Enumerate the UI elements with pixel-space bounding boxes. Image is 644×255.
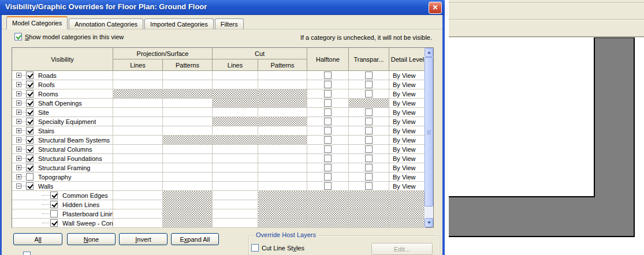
expand-icon[interactable]: + [16, 165, 21, 170]
none-button[interactable]: None [67, 233, 116, 245]
close-icon[interactable]: ✕ [429, 2, 442, 14]
projection-patterns-cell[interactable] [163, 126, 213, 136]
column-header-halftone[interactable]: Halftone [307, 48, 349, 71]
expand-icon[interactable]: + [16, 128, 21, 133]
expand-icon[interactable]: + [16, 100, 21, 106]
subheader-cut-lines[interactable]: Lines [213, 59, 258, 71]
category-visibility-checkbox[interactable] [26, 164, 33, 171]
halftone-checkbox[interactable] [324, 90, 332, 97]
subheader-cut-patterns[interactable]: Patterns [258, 59, 307, 71]
halftone-checkbox[interactable] [324, 136, 332, 144]
halftone-checkbox[interactable] [324, 81, 332, 88]
projection-lines-cell[interactable] [113, 200, 163, 209]
cut-lines-cell[interactable] [213, 209, 258, 219]
expand-icon[interactable]: + [16, 119, 21, 124]
expand-icon[interactable]: + [16, 91, 21, 96]
cut-lines-cell[interactable] [213, 219, 258, 228]
category-visibility-checkbox[interactable] [26, 99, 33, 107]
transparent-cell[interactable] [349, 163, 389, 172]
tab-model-categories[interactable]: Model Categories [6, 16, 68, 29]
halftone-cell[interactable] [307, 136, 349, 145]
projection-lines-cell[interactable] [113, 80, 163, 89]
cut-patterns-cell[interactable] [258, 80, 307, 89]
projection-lines-cell[interactable] [113, 219, 163, 228]
cut-patterns-cell[interactable] [258, 71, 307, 80]
detail-level-value[interactable]: By View [389, 81, 416, 88]
cut-lines-cell[interactable] [213, 108, 258, 117]
expand-icon[interactable]: + [16, 156, 21, 161]
transparent-cell[interactable] [349, 182, 389, 191]
transparent-checkbox[interactable] [365, 145, 373, 153]
halftone-cell[interactable] [307, 99, 349, 108]
scroll-up-arrow[interactable] [425, 48, 433, 57]
halftone-cell[interactable] [307, 108, 349, 117]
projection-lines-cell[interactable] [113, 209, 163, 219]
projection-patterns-cell[interactable] [163, 71, 213, 80]
cut-patterns-cell[interactable] [258, 172, 307, 182]
column-header-visibility[interactable]: Visibility [12, 48, 113, 71]
detail-level-value[interactable]: By View [389, 155, 416, 162]
transparent-checkbox[interactable] [365, 108, 373, 116]
expand-icon[interactable]: + [16, 110, 21, 115]
halftone-checkbox[interactable] [324, 145, 332, 153]
cut-patterns-cell[interactable] [258, 163, 307, 172]
projection-lines-cell[interactable] [113, 172, 163, 182]
detail-level-value[interactable]: By View [389, 164, 416, 171]
expand-icon[interactable]: + [16, 147, 21, 152]
transparent-checkbox[interactable] [365, 118, 373, 125]
halftone-checkbox[interactable] [324, 72, 332, 79]
category-visibility-checkbox[interactable] [50, 192, 58, 199]
cut-lines-cell[interactable] [213, 154, 258, 163]
cut-patterns-cell[interactable] [258, 108, 307, 117]
detail-level-cell[interactable]: By View [389, 172, 426, 182]
halftone-checkbox[interactable] [324, 108, 332, 116]
cut-lines-cell[interactable] [213, 126, 258, 136]
halftone-cell[interactable] [307, 117, 349, 126]
collapse-icon[interactable]: − [16, 183, 21, 189]
projection-lines-cell[interactable] [113, 154, 163, 163]
projection-patterns-cell[interactable] [163, 145, 213, 154]
detail-level-cell[interactable]: By View [389, 154, 426, 163]
expand-icon[interactable]: + [16, 174, 21, 179]
scroll-down-arrow[interactable] [425, 218, 433, 227]
halftone-cell[interactable] [307, 182, 349, 191]
tab-imported-categories[interactable]: Imported Categories [144, 18, 214, 29]
projection-patterns-cell[interactable] [163, 154, 213, 163]
tab-filters[interactable]: Filters [215, 18, 244, 29]
cut-line-styles-checkbox[interactable] [251, 244, 259, 252]
halftone-cell[interactable] [307, 89, 349, 99]
detail-level-cell[interactable]: By View [389, 163, 426, 172]
clipped-bottom-checkbox[interactable] [23, 252, 31, 255]
tab-annotation-categories[interactable]: Annotation Categories [69, 18, 143, 29]
transparent-checkbox[interactable] [365, 173, 373, 181]
detail-level-value[interactable]: By View [389, 118, 416, 125]
transparent-cell[interactable] [349, 172, 389, 182]
cut-patterns-cell[interactable] [258, 126, 307, 136]
detail-level-cell[interactable]: By View [389, 99, 426, 108]
projection-lines-cell[interactable] [113, 99, 163, 108]
detail-level-value[interactable]: By View [389, 100, 416, 107]
halftone-checkbox[interactable] [324, 127, 332, 134]
transparent-cell[interactable] [349, 145, 389, 154]
detail-level-value[interactable]: By View [389, 183, 416, 190]
subheader-projection-patterns[interactable]: Patterns [163, 59, 213, 71]
scrollbar-thumb[interactable] [425, 57, 433, 207]
transparent-checkbox[interactable] [365, 72, 373, 79]
detail-level-value[interactable]: By View [389, 137, 416, 144]
category-visibility-checkbox[interactable] [26, 72, 33, 79]
expand-all-button[interactable]: Expand All [171, 233, 219, 245]
detail-level-cell[interactable]: By View [389, 108, 426, 117]
halftone-checkbox[interactable] [324, 99, 332, 107]
subheader-projection-lines[interactable]: Lines [113, 59, 163, 71]
detail-level-value[interactable]: By View [389, 146, 416, 153]
cut-lines-cell[interactable] [213, 200, 258, 209]
projection-patterns-cell[interactable] [163, 99, 213, 108]
projection-patterns-cell[interactable] [163, 80, 213, 89]
transparent-cell[interactable] [349, 154, 389, 163]
category-visibility-checkbox[interactable] [26, 155, 33, 162]
category-visibility-checkbox[interactable] [26, 81, 33, 88]
edit-button[interactable]: Edit... [371, 243, 433, 255]
category-visibility-checkbox[interactable] [50, 219, 58, 227]
halftone-checkbox[interactable] [324, 155, 332, 162]
all-button[interactable]: All [13, 233, 62, 245]
